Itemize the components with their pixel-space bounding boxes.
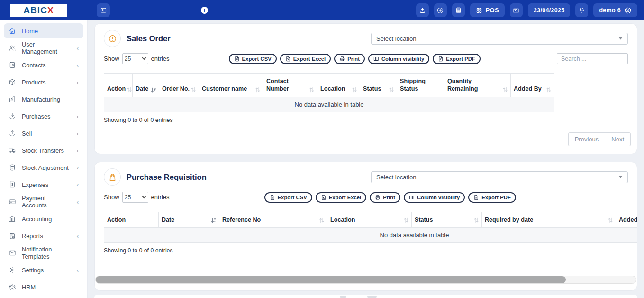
location-select[interactable]: Select location: [371, 33, 628, 45]
export-excel-button[interactable]: Export Excel: [316, 192, 366, 203]
chevron-left-icon: ‹: [77, 62, 79, 68]
print-button[interactable]: Print: [370, 192, 400, 203]
chevron-down-icon: [618, 176, 623, 178]
logo-accent-letter: X: [47, 5, 54, 16]
file-csv-icon: [234, 56, 240, 62]
sidebar-item-contacts[interactable]: Contacts‹: [4, 57, 83, 73]
expenses-icon: [9, 181, 16, 188]
chevron-left-icon: ‹: [77, 113, 79, 120]
column-header-reference-no[interactable]: Reference No: [219, 212, 327, 228]
column-header-date[interactable]: Date: [159, 212, 219, 228]
sidebar-item-settings[interactable]: Settings‹: [4, 262, 83, 278]
sort-icon: [404, 217, 408, 224]
sell-icon: [9, 130, 16, 137]
column-header-added-by[interactable]: Added By: [616, 212, 637, 228]
sidebar-item-home[interactable]: Home: [4, 23, 83, 38]
column-header-date[interactable]: Date: [133, 74, 159, 97]
column-header-added-by[interactable]: Added By: [511, 74, 554, 97]
user-menu-button[interactable]: demo 6: [593, 3, 637, 17]
sort-icon: [352, 87, 357, 93]
calculator-button[interactable]: [452, 3, 465, 17]
logo-box: ABICX: [10, 4, 67, 17]
bell-icon: [578, 7, 585, 14]
chevron-left-icon: ‹: [77, 199, 79, 205]
sidebar-item-payment-accounts[interactable]: Payment Accounts‹: [4, 194, 83, 209]
export-pdf-button[interactable]: Export PDF: [468, 192, 516, 203]
print-button[interactable]: Print: [334, 54, 365, 64]
sidebar-item-user-management[interactable]: User Management‹: [4, 40, 83, 56]
purchase-requisition-table: ActionDateReference NoLocationStatusRequ…: [104, 212, 637, 243]
accounting-icon: [9, 215, 16, 223]
sidebar-item-accounting[interactable]: Accounting: [4, 211, 83, 226]
column-header-action[interactable]: Action: [104, 74, 133, 97]
logo[interactable]: ABICX: [0, 4, 88, 17]
show-label: Show: [104, 55, 119, 62]
empty-table-message: No data available in table: [104, 97, 554, 112]
sidebar-item-products[interactable]: Products‹: [4, 74, 83, 90]
sidebar-item-stock-transfers[interactable]: Stock Transfers‹: [4, 143, 83, 158]
add-button[interactable]: [434, 3, 447, 17]
pagination: Previous Next: [568, 132, 631, 146]
sidebar-item-hrm[interactable]: HRM: [4, 279, 83, 295]
column-header-location[interactable]: Location: [317, 74, 360, 97]
search-input[interactable]: [557, 53, 628, 64]
column-header-status[interactable]: Status: [360, 74, 397, 97]
next-page-button[interactable]: Next: [605, 132, 631, 146]
sidebar-item-notification-templates[interactable]: Notification Templates: [4, 245, 83, 261]
sidebar-item-purchases[interactable]: Purchases‹: [4, 109, 83, 124]
column-header-location[interactable]: Location: [327, 212, 412, 228]
sort-icon: [191, 87, 196, 93]
entries-label: entries: [151, 194, 170, 201]
column-header-customer-name[interactable]: Customer name: [199, 74, 263, 97]
column-header-action[interactable]: Action: [104, 212, 159, 228]
pos-button[interactable]: POS: [470, 3, 505, 17]
column-header-contact-number[interactable]: ContactNumber: [263, 74, 317, 97]
location-select-value: Select location: [376, 35, 417, 42]
cash-register-button[interactable]: [510, 3, 523, 17]
chevron-left-icon: ‹: [77, 233, 79, 239]
sort-desc-icon: [151, 87, 156, 93]
page-size-select[interactable]: 25: [122, 53, 148, 64]
info-icon[interactable]: i: [201, 7, 208, 14]
page-size-select[interactable]: 25: [122, 192, 148, 203]
export-excel-button[interactable]: Export Excel: [280, 54, 331, 64]
chevron-left-icon: ‹: [77, 267, 79, 273]
empty-table-message: No data available in table: [104, 228, 637, 243]
sidebar-item-stock-adjustment[interactable]: Stock Adjustment‹: [4, 160, 83, 175]
entries-label: entries: [151, 55, 170, 62]
main-content: Sales Order Select location Show 25 entr…: [88, 20, 644, 298]
column-header-shipping-status[interactable]: ShippingStatus: [397, 74, 444, 97]
sidebar: HomeUser Management‹Contacts‹Products‹Ma…: [0, 20, 88, 298]
column-header-order-no[interactable]: Order No.: [159, 74, 199, 97]
sales-order-card: Sales Order Select location Show 25 entr…: [94, 23, 637, 154]
export-pdf-button[interactable]: Export PDF: [433, 54, 481, 64]
sidebar-item-reports[interactable]: Reports‹: [4, 228, 83, 243]
column-visibility-button[interactable]: Column visibility: [368, 54, 429, 64]
stock-adjustment-icon: [9, 164, 16, 171]
notifications-button[interactable]: [575, 3, 588, 17]
hrm-icon: [9, 283, 16, 291]
export-csv-button[interactable]: Export CSV: [264, 192, 312, 203]
column-header-status[interactable]: Status: [412, 212, 482, 228]
sort-icon: [309, 87, 314, 93]
chevron-left-icon: ‹: [77, 45, 79, 51]
sidebar-item-manufacturing[interactable]: Manufacturing: [4, 92, 83, 107]
download-button[interactable]: [416, 3, 429, 17]
scrollbar-thumb[interactable]: [96, 276, 566, 283]
sidebar-item-sell[interactable]: Sell‹: [4, 126, 83, 141]
column-header-quantity-remaining[interactable]: QuantityRemaining: [444, 74, 511, 97]
sidebar-collapse-button[interactable]: [97, 3, 110, 17]
previous-page-button[interactable]: Previous: [568, 132, 606, 146]
stock-transfers-icon: [9, 147, 16, 154]
location-select[interactable]: Select location: [371, 171, 628, 183]
sidebar-item-expenses[interactable]: Expenses‹: [4, 177, 83, 192]
location-select-value: Select location: [376, 174, 417, 181]
pos-label: POS: [486, 7, 499, 14]
showing-entries-text: Showing 0 to 0 of 0 entries: [104, 247, 628, 254]
date-button[interactable]: 23/04/2025: [528, 3, 571, 17]
horizontal-scrollbar[interactable]: [95, 276, 636, 284]
column-visibility-button[interactable]: Column visibility: [404, 192, 465, 203]
export-csv-button[interactable]: Export CSV: [229, 54, 277, 64]
column-header-required-by-date[interactable]: Required by date: [482, 212, 616, 228]
chevron-left-icon: ‹: [77, 130, 79, 137]
